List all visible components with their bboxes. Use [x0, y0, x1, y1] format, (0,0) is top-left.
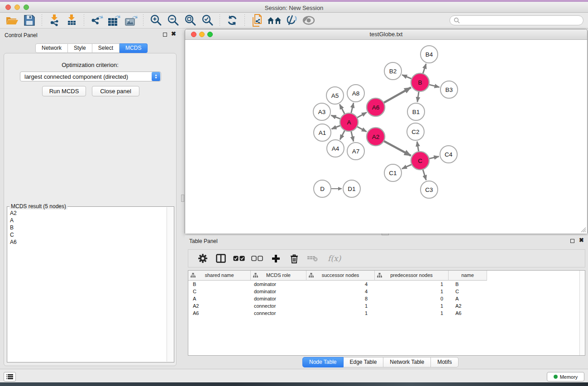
- column-header-shared-name[interactable]: shared name: [188, 271, 251, 281]
- function-builder-button[interactable]: f(x): [328, 254, 341, 263]
- resize-grip-icon[interactable]: [580, 226, 586, 233]
- table-row[interactable]: Bdominator41B: [188, 281, 579, 288]
- result-item[interactable]: A2: [10, 210, 167, 217]
- delete-table-button[interactable]: [303, 252, 321, 265]
- save-session-button[interactable]: [21, 14, 38, 27]
- edge-B-B2[interactable]: [402, 75, 412, 79]
- select-all-button[interactable]: [230, 252, 248, 265]
- edge-C-C4[interactable]: [429, 157, 439, 159]
- tab-select[interactable]: Select: [92, 43, 120, 53]
- refresh-button[interactable]: [224, 14, 241, 27]
- zoom-in-button[interactable]: [147, 14, 164, 27]
- column-header-successor-nodes[interactable]: successor nodes: [306, 271, 375, 281]
- table-settings-button[interactable]: [194, 252, 212, 265]
- node-A3[interactable]: A3: [313, 103, 330, 120]
- node-C2[interactable]: C2: [407, 123, 424, 140]
- home-button[interactable]: [266, 14, 283, 27]
- float-table-panel-icon[interactable]: [570, 239, 574, 243]
- node-D1[interactable]: D1: [343, 180, 360, 197]
- zoom-out-button[interactable]: [164, 14, 182, 27]
- zoom-fit-button[interactable]: [182, 14, 199, 27]
- vertical-splitter[interactable]: [181, 29, 185, 369]
- node-A8[interactable]: A8: [347, 85, 364, 102]
- node-A7[interactable]: A7: [347, 143, 364, 160]
- result-scrollbar[interactable]: [167, 207, 173, 362]
- splitter-grip[interactable]: [181, 195, 184, 202]
- edge-B-B1[interactable]: [417, 91, 419, 102]
- edge-A-A6[interactable]: [357, 112, 367, 118]
- node-C4[interactable]: C4: [440, 146, 457, 163]
- add-column-button[interactable]: [266, 252, 285, 265]
- result-item[interactable]: A: [10, 217, 167, 224]
- table-row[interactable]: A2connector11A2: [188, 302, 579, 310]
- tab-style[interactable]: Style: [68, 43, 92, 53]
- node-A6[interactable]: A6: [367, 98, 385, 116]
- export-table-button[interactable]: [105, 14, 122, 27]
- network-file-button[interactable]: [249, 14, 266, 27]
- run-mcds-button[interactable]: Run MCDS: [42, 86, 86, 96]
- edge-A-A8[interactable]: [351, 103, 354, 114]
- node-C[interactable]: C: [411, 152, 429, 170]
- node-A5[interactable]: A5: [326, 87, 344, 104]
- import-table-button[interactable]: [63, 14, 80, 27]
- node-B[interactable]: B: [411, 73, 429, 91]
- column-header-predecessor-nodes[interactable]: predecessor nodes: [375, 271, 449, 281]
- edge-C-C2[interactable]: [417, 142, 419, 152]
- node-B4[interactable]: B4: [421, 46, 438, 63]
- edge-C-C1[interactable]: [402, 164, 412, 169]
- zoom-selected-button[interactable]: [199, 14, 216, 27]
- table-row[interactable]: Cdominator41C: [188, 288, 579, 295]
- node-A4[interactable]: A4: [327, 140, 344, 157]
- task-history-button[interactable]: [4, 372, 16, 381]
- close-table-panel-icon[interactable]: ✖: [579, 238, 584, 243]
- result-item[interactable]: B: [10, 224, 167, 231]
- edge-A6-B[interactable]: [383, 87, 411, 103]
- result-item[interactable]: A6: [10, 238, 167, 246]
- node-A2[interactable]: A2: [367, 128, 385, 146]
- show-hide-button[interactable]: [300, 14, 317, 27]
- search-input[interactable]: [460, 16, 583, 24]
- table-row[interactable]: A6connector11A6: [188, 310, 579, 317]
- node-A[interactable]: A: [340, 113, 358, 131]
- hide-labels-button[interactable]: [283, 14, 300, 27]
- export-image-button[interactable]: [122, 14, 139, 27]
- edge-A-A2[interactable]: [357, 126, 367, 132]
- tab-mcds[interactable]: MCDS: [120, 43, 148, 53]
- memory-button[interactable]: Memory: [547, 372, 584, 381]
- node-B3[interactable]: B3: [440, 81, 458, 98]
- edge-A-A7[interactable]: [351, 130, 354, 141]
- export-network-button[interactable]: [88, 14, 105, 27]
- node-A1[interactable]: A1: [314, 124, 331, 141]
- optimization-criterion-select[interactable]: largest connected component (directed) ▲…: [20, 71, 161, 81]
- column-header-MCDS-role[interactable]: MCDS role: [251, 271, 306, 281]
- column-header-name[interactable]: name: [449, 271, 487, 281]
- node-B1[interactable]: B1: [407, 103, 425, 120]
- edge-A2-C[interactable]: [383, 141, 411, 156]
- import-network-button[interactable]: [46, 14, 63, 27]
- edge-B-B3[interactable]: [428, 85, 439, 87]
- tab-node-table[interactable]: Node Table: [302, 357, 344, 367]
- network-canvas[interactable]: AA1A3A5A8A4A7A6A2BB2B4B3B1CC2C4C1C3DD1: [185, 40, 587, 234]
- close-panel-button[interactable]: Close panel: [92, 86, 139, 96]
- tab-motifs[interactable]: Motifs: [431, 357, 459, 367]
- edge-A-A3[interactable]: [331, 115, 341, 119]
- search-field[interactable]: [449, 15, 583, 25]
- delete-column-button[interactable]: [285, 252, 303, 265]
- close-panel-icon[interactable]: ✖: [171, 31, 176, 36]
- show-columns-button[interactable]: [212, 252, 230, 265]
- tab-network-table[interactable]: Network Table: [383, 357, 431, 367]
- tab-network[interactable]: Network: [35, 43, 68, 53]
- node-C3[interactable]: C3: [421, 181, 438, 198]
- node-C1[interactable]: C1: [384, 164, 402, 181]
- node-D[interactable]: D: [314, 180, 331, 197]
- edge-B-B4[interactable]: [423, 64, 426, 74]
- table-row[interactable]: Adominator80A: [188, 295, 579, 302]
- deselect-all-button[interactable]: [248, 252, 266, 265]
- result-item[interactable]: C: [10, 231, 167, 238]
- edge-A-A4[interactable]: [340, 130, 345, 140]
- edge-A-A5[interactable]: [339, 104, 345, 114]
- float-panel-icon[interactable]: [163, 33, 167, 37]
- edge-C-C3[interactable]: [423, 169, 426, 180]
- edge-A-A1[interactable]: [331, 125, 341, 129]
- table-scrollbar[interactable]: [579, 271, 585, 355]
